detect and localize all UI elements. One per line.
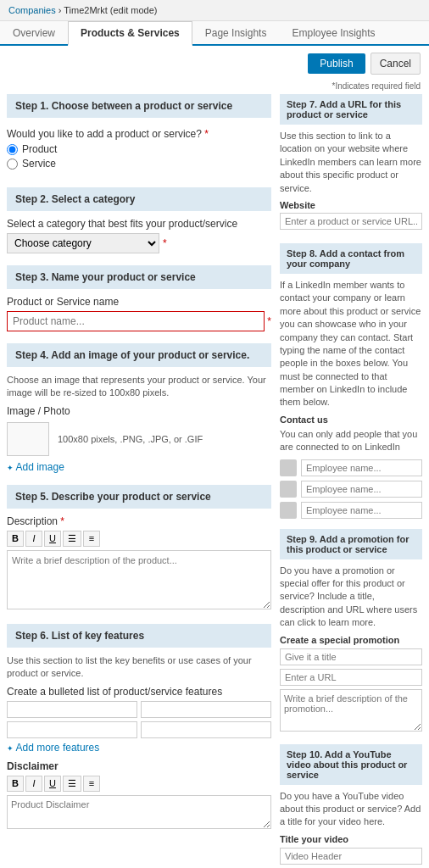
step3-section: Step 3. Name your product or service Pro… [7, 265, 271, 331]
contact-avatar-1 [280, 459, 297, 476]
desc-toolbar: B I U ☰ ≡ [7, 531, 271, 547]
step4-desc: Choose an image that represents your pro… [7, 374, 271, 400]
product-radio[interactable] [7, 144, 18, 155]
step6-desc: Use this section to list the key benefit… [7, 654, 271, 681]
disclaimer-textarea[interactable] [7, 795, 271, 829]
promo-url-input[interactable] [280, 669, 422, 686]
step6-header: Step 6. List of key features [7, 624, 271, 648]
step7-section: Step 7. Add a URL for this product or se… [280, 94, 422, 233]
left-column: Step 1. Choose between a product or serv… [7, 94, 280, 868]
step3-header: Step 3. Name your product or service [7, 265, 271, 289]
step8-header: Step 8. Add a contact from your company [280, 243, 422, 274]
breadcrumb: Companies › Time2Mrkt (edit mode) [0, 0, 429, 21]
publish-button[interactable]: Publish [308, 53, 365, 74]
description-textarea[interactable] [7, 550, 271, 609]
contact-row-3 [280, 502, 422, 519]
add-image-link[interactable]: Add image [7, 461, 64, 473]
feature-input-3[interactable] [7, 721, 137, 738]
underline-button[interactable]: U [44, 531, 61, 547]
step2-section: Step 2. Select a category Select a categ… [7, 187, 271, 253]
disclaimer-ordered-list-button[interactable]: ≡ [83, 776, 100, 792]
unordered-list-button[interactable]: ☰ [63, 531, 81, 547]
features-label: Create a bulleted list of product/servic… [7, 686, 271, 698]
service-radio-row: Service [7, 158, 271, 170]
step9-section: Step 9. Add a promotion for this product… [280, 529, 422, 734]
bold-button[interactable]: B [7, 531, 24, 547]
step1-section: Step 1. Choose between a product or serv… [7, 94, 271, 175]
required-note: *Indicates required field [0, 81, 429, 94]
website-url-input[interactable] [280, 213, 422, 230]
contact-input-1[interactable] [301, 459, 422, 476]
contact-row-1 [280, 459, 422, 476]
disclaimer-unordered-list-button[interactable]: ☰ [63, 776, 81, 792]
step8-desc: If a LinkedIn member wants to contact yo… [280, 279, 422, 409]
step5-header: Step 5. Describe your product or service [7, 485, 271, 509]
step7-desc: Use this section to link to a location o… [280, 130, 422, 195]
italic-button[interactable]: I [25, 531, 42, 547]
step10-section: Step 10. Add a YouTube video about this … [280, 744, 422, 868]
website-label: Website [280, 200, 422, 210]
promo-label: Create a special promotion [280, 635, 422, 645]
step10-desc: Do you have a YouTube video about this p… [280, 790, 422, 829]
disclaimer-underline-button[interactable]: U [44, 776, 61, 792]
disclaimer-italic-button[interactable]: I [25, 776, 42, 792]
feature-input-4[interactable] [141, 721, 271, 738]
image-label: Image / Photo [7, 405, 271, 417]
image-placeholder [7, 422, 49, 456]
contact-avatar-2 [280, 481, 297, 498]
features-grid [7, 701, 271, 738]
step9-desc: Do you have a promotion or special offer… [280, 565, 422, 630]
contact-row-2 [280, 481, 422, 498]
contact-label: Contact us [280, 415, 422, 425]
product-radio-row: Product [7, 143, 271, 155]
step10-header: Step 10. Add a YouTube video about this … [280, 744, 422, 785]
product-service-choice: Would you like to add a product or servi… [7, 125, 271, 175]
action-bar: Publish Cancel [0, 46, 429, 81]
video-title-input[interactable] [280, 848, 422, 865]
tab-products-services[interactable]: Products & Services [68, 21, 192, 46]
feature-input-2[interactable] [141, 701, 271, 718]
add-features-link[interactable]: Add more features [7, 742, 99, 754]
cancel-button[interactable]: Cancel [370, 53, 421, 75]
disclaimer-toolbar: B I U ☰ ≡ [7, 776, 271, 792]
promo-title-input[interactable] [280, 648, 422, 665]
product-name-label: Product or Service name [7, 296, 271, 308]
service-radio[interactable] [7, 159, 18, 170]
step7-header: Step 7. Add a URL for this product or se… [280, 94, 422, 125]
breadcrumb-current: Time2Mrkt (edit mode) [64, 5, 157, 15]
tab-page-insights[interactable]: Page Insights [192, 21, 280, 44]
website-url-section: Website [280, 200, 422, 233]
step2-header: Step 2. Select a category [7, 187, 271, 211]
step4-section: Step 4. Add an image of your product or … [7, 343, 271, 473]
product-name-input[interactable] [7, 311, 265, 331]
disclaimer-bold-button[interactable]: B [7, 776, 24, 792]
step6-section: Step 6. List of key features Use this se… [7, 624, 271, 832]
category-required-marker: * [163, 237, 167, 249]
contact-input-2[interactable] [301, 481, 422, 498]
ordered-list-button[interactable]: ≡ [83, 531, 100, 547]
product-label: Product [22, 143, 57, 155]
breadcrumb-companies-link[interactable]: Companies [8, 5, 56, 15]
video-title-label: Title your video [280, 834, 422, 844]
contact-sub: You can only add people that you are con… [280, 428, 422, 454]
disclaimer-section: Disclaimer B I U ☰ ≡ [7, 760, 271, 832]
image-hint: 100x80 pixels, .PNG, .JPG, or .GIF [58, 434, 203, 444]
right-column: Step 7. Add a URL for this product or se… [280, 94, 422, 868]
step8-section: Step 8. Add a contact from your company … [280, 243, 422, 519]
step9-header: Step 9. Add a promotion for this product… [280, 529, 422, 559]
step5-section: Step 5. Describe your product or service… [7, 485, 271, 612]
contact-avatar-3 [280, 502, 297, 519]
contact-input-3[interactable] [301, 502, 422, 519]
image-section: Image / Photo 100x80 pixels, .PNG, .JPG,… [7, 405, 271, 473]
tab-overview[interactable]: Overview [0, 21, 68, 44]
category-select[interactable]: Choose category Consulting Software Hard… [7, 233, 159, 253]
image-upload-row: 100x80 pixels, .PNG, .JPG, or .GIF [7, 422, 271, 456]
desc-label: Description * [7, 515, 271, 527]
promo-desc-textarea[interactable] [280, 689, 422, 732]
product-service-question: Would you like to add a product or servi… [7, 128, 271, 140]
tab-employee-insights[interactable]: Employee Insights [279, 21, 387, 44]
category-question: Select a category that best fits your pr… [7, 218, 271, 230]
disclaimer-label: Disclaimer [7, 760, 271, 772]
feature-input-1[interactable] [7, 701, 137, 718]
name-required-marker: * [265, 315, 271, 327]
